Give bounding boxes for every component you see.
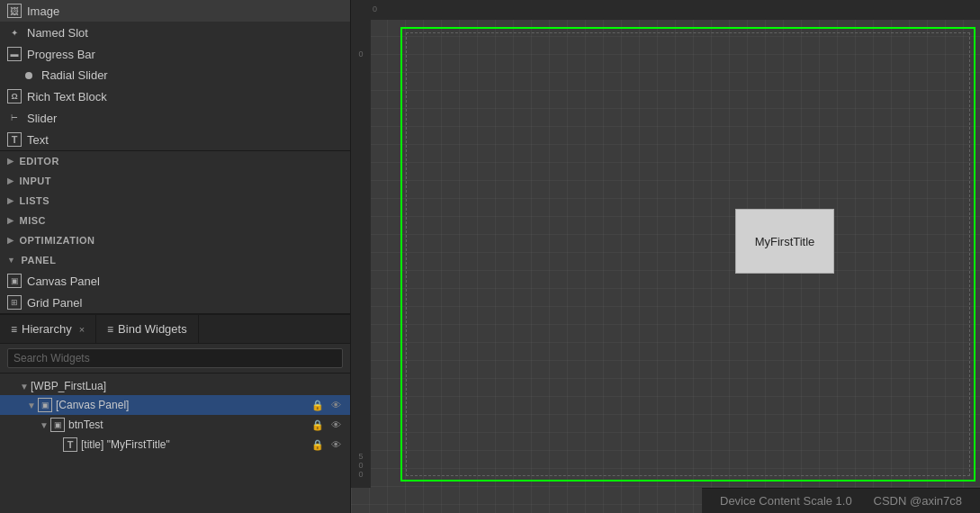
main-canvas: 0 0 500 MyFirstTitle Device Content Scal…	[351, 0, 980, 513]
widget-item-progress-bar[interactable]: ▬ Progress Bar	[0, 43, 350, 65]
bind-widgets-tab-icon: ≡	[107, 323, 113, 336]
widget-item-slider[interactable]: ⊢ Slider	[0, 107, 350, 129]
widget-item-text[interactable]: T Text	[0, 129, 350, 150]
arrow-root: ▼	[20, 382, 31, 392]
hierarchy-section: ≡ Hierarchy × ≡ Bind Widgets ▼ [WBP_Firs…	[0, 313, 350, 513]
section-header-input[interactable]: ▶ INPUT	[0, 171, 350, 191]
widget-label-image: Image	[27, 4, 59, 18]
btn-test-node-icon: ▣	[50, 418, 65, 432]
section-label-panel: PANEL	[21, 255, 56, 266]
title-node-icon: T	[63, 437, 77, 452]
left-panel: 🖼 Image ✦ Named Slot ▬ Progress Bar Radi…	[0, 0, 351, 513]
progress-bar-icon: ▬	[7, 47, 22, 61]
tab-hierarchy-label: Hierarchy	[22, 322, 72, 336]
arrow-editor: ▶	[7, 157, 14, 166]
rich-text-icon: Ω	[7, 89, 22, 104]
widget-label-slider: Slider	[27, 112, 57, 125]
section-misc: ▶ MISC	[0, 211, 350, 230]
section-panel: ▼ PANEL ▣ Canvas Panel ⊞ Grid Panel	[0, 250, 350, 313]
arrow-btn-test: ▼	[40, 420, 50, 430]
ruler-left: 0 500	[351, 0, 371, 488]
arrow-input: ▶	[7, 176, 14, 185]
tree-label-canvas-panel: [Canvas Panel]	[56, 399, 310, 411]
section-header-lists[interactable]: ▶ LISTS	[0, 191, 350, 211]
device-scale-label: Device Content Scale 1.0	[720, 494, 852, 508]
widget-item-grid-panel[interactable]: ⊞ Grid Panel	[0, 292, 350, 313]
ruler-top: 0	[371, 0, 980, 20]
section-label-optimization: OPTIMIZATION	[20, 235, 95, 246]
hierarchy-tree: ▼ [WBP_FirstLua] ▼ ▣ [Canvas Panel] 🔒 👁	[0, 374, 350, 513]
tree-item-title[interactable]: T [title] "MyFirstTitle" 🔒 👁	[0, 435, 350, 454]
eye-icon-btn[interactable]: 👁	[328, 418, 343, 432]
btn-test-actions: 🔒 👁	[310, 418, 343, 432]
eye-icon-title[interactable]: 👁	[328, 437, 343, 452]
canvas-widget-label: MyFirstTitle	[755, 235, 815, 248]
ruler-num-500: 500	[358, 452, 363, 479]
ruler-zero-top: 0	[373, 4, 377, 14]
arrow-canvas-panel: ▼	[27, 400, 38, 410]
eye-icon-canvas[interactable]: 👁	[328, 398, 343, 412]
viewport-border: MyFirstTitle	[400, 27, 976, 482]
tree-label-title: [title] "MyFirstTitle"	[81, 438, 310, 451]
tree-item-btn-test[interactable]: ▼ ▣ btnTest 🔒 👁	[0, 415, 350, 435]
canvas-panel-icon: ▣	[7, 274, 22, 288]
arrow-lists: ▶	[7, 196, 14, 205]
slider-icon: ⊢	[7, 111, 22, 125]
section-header-optimization[interactable]: ▶ OPTIMIZATION	[0, 230, 350, 250]
section-header-misc[interactable]: ▶ MISC	[0, 211, 350, 230]
widget-label-radial-slider: Radial Slider	[41, 68, 108, 82]
section-optimization: ▶ OPTIMIZATION	[0, 230, 350, 250]
image-icon: 🖼	[7, 4, 22, 18]
lock-icon-title[interactable]: 🔒	[310, 437, 325, 452]
widget-label-canvas-panel: Canvas Panel	[27, 274, 100, 288]
arrow-misc: ▶	[7, 216, 14, 225]
lock-icon-btn[interactable]: 🔒	[310, 418, 325, 432]
text-widget-icon: T	[7, 132, 22, 147]
hierarchy-close-btn[interactable]: ×	[79, 324, 85, 335]
tree-item-root[interactable]: ▼ [WBP_FirstLua]	[0, 377, 350, 395]
section-label-editor: EDITOR	[20, 156, 59, 166]
widget-label-named-slot: Named Slot	[27, 26, 88, 40]
viewport-inner	[406, 32, 970, 476]
tab-hierarchy[interactable]: ≡ Hierarchy ×	[0, 315, 96, 343]
canvas-panel-actions: 🔒 👁	[310, 398, 343, 412]
widget-list: 🖼 Image ✦ Named Slot ▬ Progress Bar Radi…	[0, 0, 350, 150]
search-input[interactable]	[7, 348, 343, 368]
section-label-lists: LISTS	[20, 195, 50, 206]
widget-item-canvas-panel[interactable]: ▣ Canvas Panel	[0, 270, 350, 292]
hierarchy-tab-icon: ≡	[11, 323, 17, 336]
tree-label-btn-test: btnTest	[68, 418, 310, 431]
widget-item-named-slot[interactable]: ✦ Named Slot	[0, 22, 350, 43]
canvas-panel-node-icon: ▣	[38, 398, 52, 412]
ruler-num-0: 0	[358, 50, 363, 58]
widget-label-grid-panel: Grid Panel	[27, 296, 82, 310]
hierarchy-tabs: ≡ Hierarchy × ≡ Bind Widgets	[0, 315, 350, 344]
lock-icon-canvas[interactable]: 🔒	[310, 398, 325, 412]
device-scale-bar: Device Content Scale 1.0 CSDN @axin7c8	[702, 488, 980, 513]
section-input: ▶ INPUT	[0, 171, 350, 191]
section-lists: ▶ LISTS	[0, 191, 350, 211]
section-header-panel[interactable]: ▼ PANEL	[0, 250, 350, 270]
widget-label-rich-text: Rich Text Block	[27, 90, 107, 104]
search-bar	[0, 344, 350, 374]
widget-item-rich-text[interactable]: Ω Rich Text Block	[0, 86, 350, 107]
panel-items: ▣ Canvas Panel ⊞ Grid Panel	[0, 270, 350, 313]
arrow-panel: ▼	[7, 256, 15, 265]
widget-item-radial-slider[interactable]: Radial Slider	[0, 65, 350, 86]
section-label-misc: MISC	[20, 215, 47, 226]
tree-item-canvas-panel[interactable]: ▼ ▣ [Canvas Panel] 🔒 👁	[0, 395, 350, 415]
named-slot-icon: ✦	[7, 25, 22, 40]
credit-label: CSDN @axin7c8	[874, 494, 962, 508]
tab-bind-widgets[interactable]: ≡ Bind Widgets	[96, 315, 199, 343]
title-actions: 🔒 👁	[310, 437, 343, 452]
canvas-widget-btn[interactable]: MyFirstTitle	[735, 209, 834, 274]
arrow-optimization: ▶	[7, 236, 14, 245]
widget-label-text: Text	[27, 133, 49, 147]
tree-label-root: [WBP_FirstLua]	[31, 380, 343, 392]
widget-item-image[interactable]: 🖼 Image	[0, 0, 350, 22]
widget-label-progress-bar: Progress Bar	[27, 48, 95, 61]
tab-bind-widgets-label: Bind Widgets	[118, 322, 187, 336]
grid-panel-icon: ⊞	[7, 295, 22, 310]
section-label-input: INPUT	[20, 176, 52, 186]
section-header-editor[interactable]: ▶ EDITOR	[0, 151, 350, 171]
